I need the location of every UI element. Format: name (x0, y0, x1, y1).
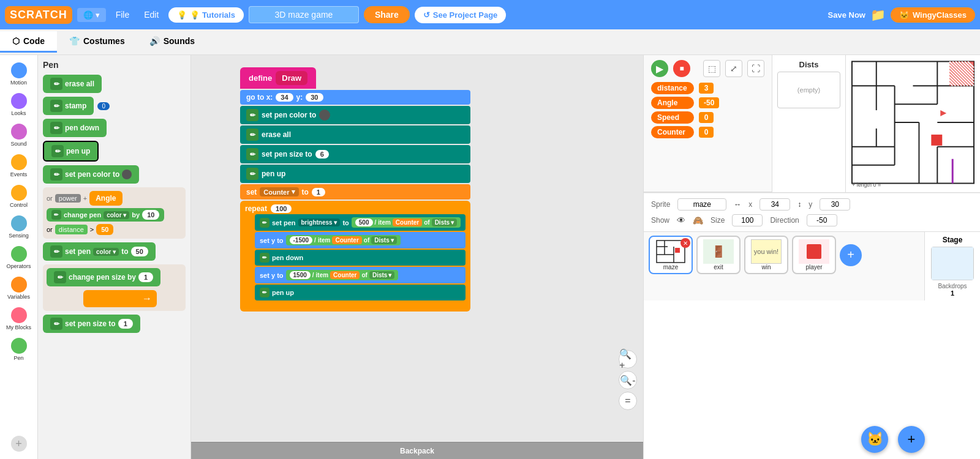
counter-dropdown[interactable]: Counter ▾ (260, 187, 298, 196)
expand-icon[interactable]: ⬚ (703, 60, 720, 77)
repeat-block[interactable]: repeat 100 ✏ set pen brightness ▾ to 500… (240, 201, 470, 312)
color2-input[interactable]: 50 (131, 247, 148, 256)
y-pos-num[interactable]: 1500 (290, 271, 311, 279)
see-project-button[interactable]: ↺ See Project Page (415, 7, 507, 23)
erase-all-script[interactable]: ✏ erase all (240, 125, 470, 144)
x-value[interactable]: 34 (276, 93, 293, 102)
tab-costumes[interactable]: 👕 Costumes (57, 31, 137, 53)
topbar: SCRATCH 🌐 ▾ File Edit 💡 💡 Tutorials Shar… (0, 0, 980, 29)
size-input2[interactable] (732, 214, 763, 226)
y-value[interactable]: 30 (306, 93, 323, 102)
edit-menu[interactable]: Edit (139, 7, 164, 22)
green-flag-button[interactable]: ▶ (651, 60, 668, 77)
color2-dropdown[interactable]: color ▾ (93, 248, 119, 256)
zoom-in-button[interactable]: 🔍+ (619, 350, 637, 368)
tab-code[interactable]: ⬡ Code (0, 31, 57, 53)
show-eye-icon[interactable]: 👁 (677, 215, 685, 225)
sidebar-item-sound[interactable]: Sound (0, 121, 37, 149)
zoom-reset-button[interactable]: = (619, 392, 637, 410)
counter-val[interactable]: 1 (312, 188, 325, 196)
repeat-val[interactable]: 100 (271, 204, 292, 213)
globe-button[interactable]: 🌐 ▾ (77, 8, 106, 22)
sidebar-item-myblocks[interactable]: My Blocks (0, 305, 37, 333)
share-button[interactable]: Share (364, 6, 410, 23)
tab-sounds[interactable]: 🔊 Sounds (137, 31, 207, 53)
size-input[interactable]: 1 (138, 272, 153, 282)
sidebar-item-pen[interactable]: Pen (0, 335, 37, 364)
dists-item2[interactable]: Dists ▾ (371, 236, 396, 244)
pensize6-val[interactable]: 6 (315, 150, 329, 159)
full-screen-icon[interactable]: ⤢ (725, 60, 742, 77)
erase-all-block[interactable]: ✏ erase all (43, 75, 102, 93)
stop-button[interactable]: ■ (673, 60, 690, 77)
add-sprite-button[interactable]: + (840, 244, 862, 266)
goto-block[interactable]: go to x: 34 y: 30 (240, 90, 470, 105)
sidebar-item-variables[interactable]: Variables (0, 274, 37, 302)
user-badge[interactable]: 🐱 WingyClasses (891, 7, 975, 23)
sidebar-item-control[interactable]: Control (0, 182, 37, 211)
save-now-button[interactable]: Save Now (828, 10, 865, 20)
pen-up-script2[interactable]: ✏ pen up (255, 285, 466, 300)
set-pen-size-script[interactable]: ✏ set pen size to 6 (240, 145, 470, 163)
sprite-delete-maze[interactable]: ✕ (680, 238, 690, 248)
color-dropdown[interactable]: color ▾ (104, 211, 129, 219)
pen-down-block[interactable]: ✏ pen down (43, 119, 107, 137)
distance-val-block[interactable]: 50 (96, 224, 113, 235)
counter-item2[interactable]: Counter (332, 236, 361, 244)
pen-down-script[interactable]: ✏ pen down (255, 250, 466, 266)
sprite-player[interactable]: player (792, 236, 836, 274)
sprite-add-button[interactable]: + (898, 426, 925, 453)
counter-item3[interactable]: Counter (330, 271, 360, 279)
sprite-name-input[interactable] (677, 198, 726, 211)
sidebar-item-events[interactable]: Events (0, 152, 37, 180)
counter-item[interactable]: Counter (393, 218, 422, 226)
hide-eye-icon[interactable]: 🙈 (693, 215, 703, 225)
backpack-bar[interactable]: Backpack (191, 442, 643, 459)
project-name-input[interactable] (249, 6, 359, 23)
dists-item[interactable]: Dists ▾ (432, 218, 457, 226)
dists-item3[interactable]: Dists ▾ (369, 271, 394, 279)
sprite-win[interactable]: you win! win (744, 236, 788, 274)
scratch-logo[interactable]: SCRATCH (5, 6, 72, 24)
angle-block[interactable]: Angle (89, 191, 122, 206)
define-block[interactable]: define Draw (240, 67, 316, 89)
file-menu[interactable]: File (111, 7, 135, 22)
set-y-pos-block[interactable]: set y to 1500 / item Counter of Dists (255, 267, 466, 283)
direction-input[interactable] (807, 214, 837, 226)
sidebar-item-operators[interactable]: Operators (0, 244, 37, 272)
brightness-dropdown[interactable]: brightness ▾ (298, 218, 341, 226)
brightness-num[interactable]: 500 (355, 218, 373, 226)
change-pen-size-block[interactable]: ✏ change pen size by 1 (47, 268, 160, 286)
sidebar-item-add[interactable]: + (9, 433, 29, 454)
erase-all-label: erase all (65, 80, 94, 88)
stage-thumb[interactable] (931, 247, 974, 280)
tutorials-button[interactable]: 💡 💡 Tutorials (168, 7, 244, 23)
set-pen-color-script[interactable]: ✏ set pen color to (240, 106, 470, 124)
script-area[interactable]: define Draw go to x: 34 y: 30 ✏ set pen … (191, 55, 643, 459)
pen-up-script[interactable]: ✏ pen up (240, 165, 470, 183)
draw-pill[interactable]: Draw (276, 71, 307, 85)
pen-up-block[interactable]: ✏ pen up (43, 141, 99, 162)
set-pen-size-block[interactable]: ✏ set pen size to 1 (43, 315, 140, 333)
stamp-block[interactable]: ✏ stamp (43, 97, 94, 115)
x-input[interactable] (760, 198, 790, 211)
folder-icon[interactable]: 📁 (870, 7, 886, 22)
set-pen-color2-block[interactable]: ✏ set pen color ▾ to 50 (43, 242, 156, 261)
zoom-out-button[interactable]: 🔍- (619, 371, 637, 389)
sidebar-item-motion[interactable]: Motion (0, 60, 37, 88)
pensize-input[interactable]: 1 (118, 319, 133, 329)
set-brightness-block[interactable]: ✏ set pen brightness ▾ to 500 / item Cou… (255, 214, 466, 231)
y-input[interactable] (820, 198, 850, 211)
sprite-exit[interactable]: 🚪 exit (696, 236, 741, 274)
sidebar-item-sensing[interactable]: Sensing (0, 213, 37, 241)
set-y-neg-block[interactable]: set y to -1500 / item Counter of Dists (255, 232, 466, 248)
y-neg-num[interactable]: -1500 (290, 236, 313, 244)
sprite-maze[interactable]: ✕ maze (649, 236, 693, 274)
set-pen-color-block[interactable]: ✏ set pen color to (43, 165, 139, 184)
change-pen-color-block[interactable]: ✏ change pen color ▾ by 10 (47, 208, 164, 222)
set-counter-block[interactable]: set Counter ▾ to 1 (240, 184, 470, 200)
maximize-icon[interactable]: ⛶ (747, 60, 764, 77)
cat-button[interactable]: 🐱 (861, 426, 888, 453)
color-input[interactable]: 10 (142, 210, 159, 220)
sidebar-item-looks[interactable]: Looks (0, 91, 37, 119)
